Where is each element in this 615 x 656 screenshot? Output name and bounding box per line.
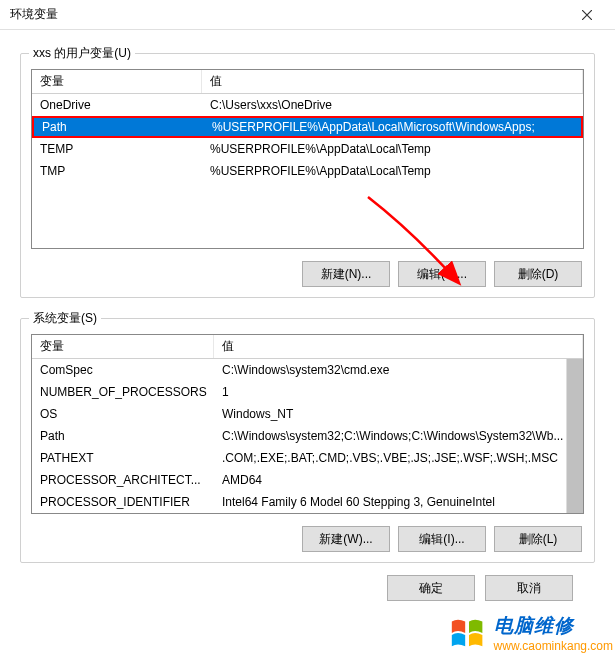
cell-name: PROCESSOR_ARCHITECT... — [32, 471, 214, 489]
table-row[interactable]: OSWindows_NT — [32, 403, 583, 425]
cell-name: Path — [32, 427, 214, 445]
vertical-scrollbar[interactable] — [566, 359, 583, 513]
cell-name: TMP — [32, 162, 202, 180]
cell-value: C:\Users\xxs\OneDrive — [202, 96, 583, 114]
windows-logo-icon — [448, 612, 490, 654]
new-user-var-button[interactable]: 新建(N)... — [302, 261, 390, 287]
cell-name: TEMP — [32, 140, 202, 158]
cell-value: Intel64 Family 6 Model 60 Stepping 3, Ge… — [214, 493, 583, 511]
watermark-url: www.caominkang.com — [494, 639, 613, 653]
table-row[interactable]: PROCESSOR_ARCHITECT...AMD64 — [32, 469, 583, 491]
edit-system-var-button[interactable]: 编辑(I)... — [398, 526, 486, 552]
cell-value: C:\Windows\system32;C:\Windows;C:\Window… — [214, 427, 583, 445]
col-header-name[interactable]: 变量 — [32, 335, 214, 358]
user-group-label: xxs 的用户变量(U) — [29, 45, 135, 62]
cell-name: OS — [32, 405, 214, 423]
table-row[interactable]: PATHEXT.COM;.EXE;.BAT;.CMD;.VBS;.VBE;.JS… — [32, 447, 583, 469]
table-row[interactable]: NUMBER_OF_PROCESSORS1 — [32, 381, 583, 403]
table-row[interactable]: PROCESSOR_IDENTIFIERIntel64 Family 6 Mod… — [32, 491, 583, 513]
user-variables-list[interactable]: 变量 值 OneDriveC:\Users\xxs\OneDrivePath%U… — [31, 69, 584, 249]
scrollbar-thumb[interactable] — [567, 359, 583, 513]
list-header: 变量 值 — [32, 70, 583, 94]
cell-value: .COM;.EXE;.BAT;.CMD;.VBS;.VBE;.JS;.JSE;.… — [214, 449, 583, 467]
watermark-title: 电脑维修 — [494, 613, 613, 639]
cell-name: ComSpec — [32, 361, 214, 379]
list-body: OneDriveC:\Users\xxs\OneDrivePath%USERPR… — [32, 94, 583, 182]
delete-user-var-button[interactable]: 删除(D) — [494, 261, 582, 287]
cell-name: PROCESSOR_IDENTIFIER — [32, 493, 214, 511]
cell-value: %USERPROFILE%\AppData\Local\Temp — [202, 140, 583, 158]
watermark-text: 电脑维修 www.caominkang.com — [494, 613, 613, 653]
table-row[interactable]: OneDriveC:\Users\xxs\OneDrive — [32, 94, 583, 116]
col-header-value[interactable]: 值 — [202, 70, 583, 93]
cell-value: C:\Windows\system32\cmd.exe — [214, 361, 583, 379]
cell-value: AMD64 — [214, 471, 583, 489]
user-variables-group: xxs 的用户变量(U) 变量 值 OneDriveC:\Users\xxs\O… — [20, 53, 595, 298]
table-row[interactable]: ComSpecC:\Windows\system32\cmd.exe — [32, 359, 583, 381]
system-button-row: 新建(W)... 编辑(I)... 删除(L) — [31, 526, 584, 552]
close-icon — [582, 10, 592, 20]
dialog-button-row: 确定 取消 — [20, 563, 595, 601]
delete-system-var-button[interactable]: 删除(L) — [494, 526, 582, 552]
table-row[interactable]: TMP%USERPROFILE%\AppData\Local\Temp — [32, 160, 583, 182]
list-header: 变量 值 — [32, 335, 583, 359]
dialog-content: xxs 的用户变量(U) 变量 值 OneDriveC:\Users\xxs\O… — [0, 30, 615, 611]
ok-button[interactable]: 确定 — [387, 575, 475, 601]
cell-name: NUMBER_OF_PROCESSORS — [32, 383, 214, 401]
watermark: 电脑维修 www.caominkang.com — [448, 612, 613, 654]
close-button[interactable] — [567, 1, 607, 29]
window-title: 环境变量 — [10, 6, 58, 23]
system-variables-group: 系统变量(S) 变量 值 ComSpecC:\Windows\system32\… — [20, 318, 595, 563]
cell-value: %USERPROFILE%\AppData\Local\Temp — [202, 162, 583, 180]
table-row[interactable]: PathC:\Windows\system32;C:\Windows;C:\Wi… — [32, 425, 583, 447]
system-variables-list[interactable]: 变量 值 ComSpecC:\Windows\system32\cmd.exeN… — [31, 334, 584, 514]
user-button-row: 新建(N)... 编辑(E)... 删除(D) — [31, 261, 584, 287]
cell-name: PATHEXT — [32, 449, 214, 467]
titlebar: 环境变量 — [0, 0, 615, 30]
list-body: ComSpecC:\Windows\system32\cmd.exeNUMBER… — [32, 359, 583, 513]
table-row[interactable]: Path%USERPROFILE%\AppData\Local\Microsof… — [32, 116, 583, 138]
cell-value: %USERPROFILE%\AppData\Local\Microsoft\Wi… — [204, 118, 581, 136]
edit-user-var-button[interactable]: 编辑(E)... — [398, 261, 486, 287]
cell-value: 1 — [214, 383, 583, 401]
col-header-name[interactable]: 变量 — [32, 70, 202, 93]
cell-value: Windows_NT — [214, 405, 583, 423]
col-header-value[interactable]: 值 — [214, 335, 583, 358]
cell-name: OneDrive — [32, 96, 202, 114]
cancel-button[interactable]: 取消 — [485, 575, 573, 601]
new-system-var-button[interactable]: 新建(W)... — [302, 526, 390, 552]
cell-name: Path — [34, 118, 204, 136]
table-row[interactable]: TEMP%USERPROFILE%\AppData\Local\Temp — [32, 138, 583, 160]
system-group-label: 系统变量(S) — [29, 310, 101, 327]
